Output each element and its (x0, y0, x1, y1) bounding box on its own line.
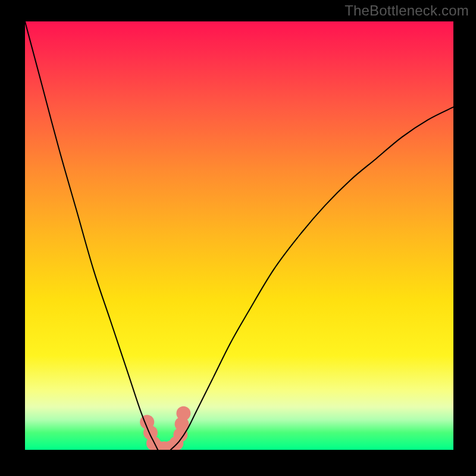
watermark-label: TheBottleneck.com (345, 2, 469, 19)
chart-frame: TheBottleneck.com (0, 0, 476, 476)
curve-right-curve (171, 107, 453, 450)
plot-area (25, 21, 453, 450)
curve-left-curve (25, 21, 158, 450)
data-marker (176, 406, 190, 421)
curves-layer (25, 21, 453, 450)
curve-layer (25, 21, 453, 450)
